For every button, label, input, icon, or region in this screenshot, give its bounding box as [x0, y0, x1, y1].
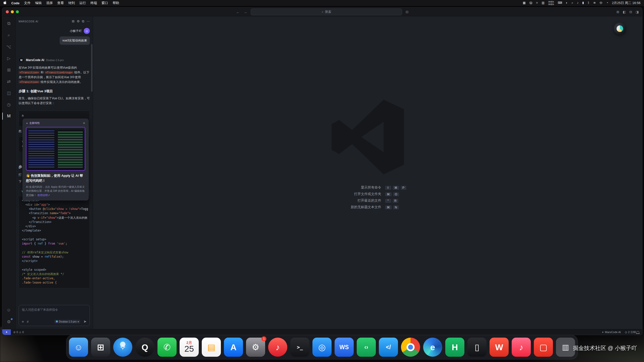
activity-account[interactable]: ☺: [2, 304, 15, 316]
remote-indicator[interactable]: ✦: [2, 329, 11, 335]
key-cap: P: [401, 186, 406, 190]
popup-close-icon[interactable]: ✕: [83, 121, 85, 125]
music-icon[interactable]: ♪: [577, 1, 578, 5]
display-icon[interactable]: ◐: [566, 1, 568, 5]
minimize-window-button[interactable]: [11, 10, 14, 13]
app-menu[interactable]: Code: [11, 1, 20, 5]
maximize-window-button[interactable]: [16, 10, 19, 13]
toggle-panel-icon[interactable]: ⊟: [629, 10, 632, 14]
control-center-icon[interactable]: ◔: [606, 1, 608, 5]
layout-control-icon[interactable]: ⊡: [406, 10, 409, 14]
command-center-search[interactable]: ⌕ 搜索: [251, 9, 402, 15]
wifi-icon[interactable]: ≋: [593, 1, 596, 5]
user-avatar[interactable]: ☺: [84, 28, 90, 34]
toggle-primary-sidebar-icon[interactable]: ◧: [623, 10, 626, 14]
dock-finder[interactable]: ☺: [69, 338, 88, 357]
wechat-status-icon[interactable]: Ⓦ: [529, 1, 532, 5]
activity-docker[interactable]: ◫: [2, 87, 15, 99]
search-icon[interactable]: ⌕: [572, 1, 573, 5]
apple-menu-icon[interactable]: [4, 1, 7, 5]
usage-doc-link[interactable]: 使用说明↗: [37, 194, 50, 197]
context-hash-icon[interactable]: #: [27, 320, 29, 324]
dock-books[interactable]: ▤: [202, 338, 221, 357]
dock-launchpad[interactable]: ⊞: [91, 338, 110, 357]
new-chat-icon[interactable]: ⊞: [72, 19, 74, 23]
search-placeholder: 搜索: [325, 10, 331, 14]
activity-timeline[interactable]: ◷: [2, 99, 15, 110]
send-icon[interactable]: ➤: [83, 319, 87, 324]
activity-remote-explorer[interactable]: ⇄: [2, 76, 15, 87]
key-cap: ⌃: [385, 199, 391, 203]
menu-clock[interactable]: 2月25日 周二 16:56: [612, 1, 640, 5]
activity-run-debug[interactable]: ▷: [2, 53, 15, 64]
dock-edge[interactable]: e: [423, 338, 442, 357]
dock-wechat[interactable]: ✆: [157, 338, 177, 357]
status-marscode-ai[interactable]: ✦MarsCode AI: [602, 331, 621, 334]
floating-assistant-ball[interactable]: [614, 23, 626, 35]
activity-explorer[interactable]: ⧉: [2, 18, 15, 29]
chat-input[interactable]: 输入消息或者"/"来选择指令 ≡ # Doubao-1.5-pro▾ ➤: [19, 305, 90, 326]
menu-item[interactable]: 运行: [79, 1, 86, 5]
dock-wps-red[interactable]: W: [490, 338, 509, 357]
activity-settings[interactable]: ⚙: [2, 316, 15, 328]
history-icon[interactable]: ⧉: [82, 19, 84, 23]
customize-layout-icon[interactable]: ⊞: [617, 10, 619, 14]
activity-marscode[interactable]: M: [2, 110, 15, 122]
status-session-time[interactable]: ◷2 分钟: [625, 330, 636, 334]
dock-calendar[interactable]: 2月25: [180, 338, 199, 357]
menu-item[interactable]: 编辑: [35, 1, 42, 5]
user-message[interactable]: vue3实现动画效果: [60, 36, 90, 45]
activity-extensions[interactable]: ⊞: [2, 64, 15, 76]
close-window-button[interactable]: [6, 10, 9, 13]
code-content[interactable]: <template> <div id="app"> <button @click…: [19, 196, 90, 287]
network-speed-indicator[interactable]: 0KB/s0KB/s: [548, 1, 554, 6]
sparkle-icon: ✦: [26, 122, 28, 125]
title-bar[interactable]: ← → ⌕ 搜索 ⊡ ⊞◧⊟◨: [2, 8, 642, 16]
model-selector[interactable]: Doubao-1.5-pro▾: [54, 320, 80, 324]
problems-indicator[interactable]: ⊘0 ⚠0: [11, 331, 24, 334]
dock-settings[interactable]: ⚙1: [246, 338, 265, 357]
menu-item[interactable]: 查看: [57, 1, 64, 5]
nav-back-icon[interactable]: ←: [236, 10, 240, 14]
dock-hbuilderx[interactable]: H: [445, 338, 464, 357]
activity-source-control[interactable]: ⌥: [2, 41, 15, 53]
menu-item[interactable]: 选择: [46, 1, 53, 5]
skills-icon[interactable]: ≡: [22, 320, 24, 324]
keyboard-icon[interactable]: ⌨: [558, 1, 562, 5]
dock-appstore[interactable]: A: [224, 338, 243, 357]
feature-preview-image: [26, 127, 85, 171]
battery-icon[interactable]: ▮: [582, 1, 584, 5]
dock-chrome[interactable]: [401, 338, 420, 357]
notifications-bell-icon[interactable]: [636, 331, 639, 333]
input-source-icon[interactable]: 中: [599, 1, 602, 5]
dock-apple-music[interactable]: ♪: [512, 338, 531, 357]
dock-tencent-meeting[interactable]: ◎: [312, 338, 332, 357]
dock-safari[interactable]: ✧: [113, 338, 132, 357]
dock-terminal[interactable]: >_: [290, 338, 309, 357]
sidebar-scrollbar[interactable]: [91, 44, 93, 92]
menu-item[interactable]: 终端: [91, 1, 97, 5]
stage-manager-icon[interactable]: ▥: [542, 1, 544, 5]
dock-vscode[interactable]: </: [379, 338, 398, 357]
dock-wechat-devtools[interactable]: ‹›: [357, 338, 376, 357]
dock-netease-music[interactable]: ♪: [268, 338, 287, 357]
dock-trash[interactable]: ▥: [556, 338, 575, 357]
feature-popup: ✦ 全新特性 ✕ 👋 告别复制粘贴，使用 Apply 让 AI 帮您写代码吧！ …: [23, 119, 89, 200]
dock-red-app[interactable]: ▢: [534, 338, 553, 357]
window-grid-icon[interactable]: ⌗: [536, 1, 538, 5]
more-icon[interactable]: ⋯: [87, 19, 90, 23]
menu-item[interactable]: 转到: [68, 1, 75, 5]
key-cap: ⌘: [393, 186, 399, 190]
dock-wps[interactable]: WS: [335, 338, 354, 357]
activity-search[interactable]: ⌕: [2, 29, 15, 41]
nav-forward-icon[interactable]: →: [244, 10, 247, 14]
menu-item[interactable]: 文件: [24, 1, 31, 5]
bluetooth-icon[interactable]: ᛒ: [588, 1, 589, 5]
menu-item[interactable]: 帮助: [113, 1, 119, 5]
toggle-secondary-sidebar-icon[interactable]: ◨: [636, 10, 639, 14]
dock-qq[interactable]: Q: [135, 338, 154, 357]
chat-settings-icon[interactable]: ⚙: [77, 19, 80, 23]
screen-recorder-icon[interactable]: ▦: [523, 1, 526, 5]
menu-item[interactable]: 窗口: [102, 1, 108, 5]
dock-iphone-mirroring[interactable]: ▯: [467, 338, 487, 357]
